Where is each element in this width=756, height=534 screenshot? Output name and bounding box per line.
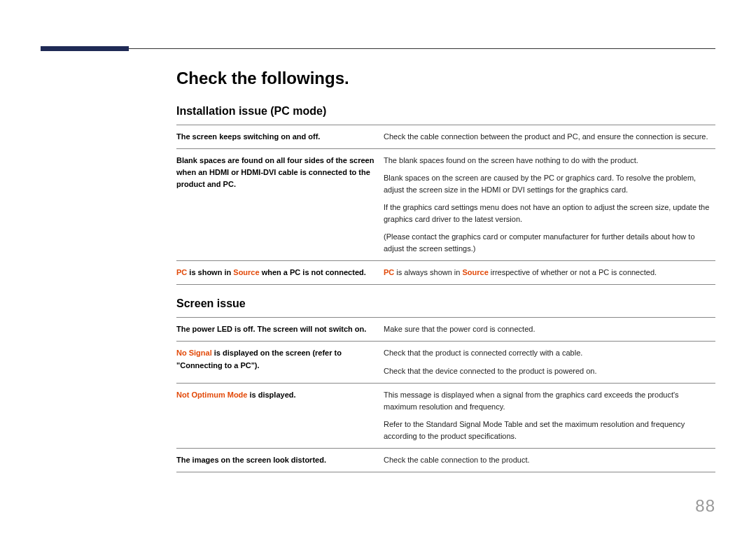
header-rule [41, 48, 715, 49]
text-run: No Signal [176, 349, 212, 357]
text-run: PC [176, 268, 187, 276]
text-run: Check the cable connection to the produc… [384, 456, 530, 464]
text-run: Blank spaces on the screen are caused by… [384, 174, 696, 194]
paragraph: Make sure that the power cord is connect… [384, 323, 711, 335]
paragraph: No Signal is displayed on the screen (re… [176, 347, 379, 371]
table-row: PC is shown in Source when a PC is not c… [176, 261, 715, 285]
table-row: No Signal is displayed on the screen (re… [176, 342, 715, 383]
sections-container: Installation issue (PC mode)The screen k… [176, 105, 715, 472]
table-row: The screen keeps switching on and off.Ch… [176, 125, 715, 149]
table-row: The images on the screen look distorted.… [176, 448, 715, 472]
text-run: This message is displayed when a signal … [384, 391, 679, 411]
issue-cell: The power LED is off. The screen will no… [176, 318, 384, 342]
text-run: If the graphics card settings menu does … [384, 203, 709, 223]
text-run: Make sure that the power cord is connect… [384, 325, 535, 333]
paragraph: This message is displayed when a signal … [384, 389, 711, 413]
text-run: is shown in [187, 268, 233, 276]
issue-cell: Blank spaces are found on all four sides… [176, 149, 384, 261]
text-run: Source [463, 268, 489, 276]
paragraph: Refer to the Standard Signal Mode Table … [384, 419, 711, 442]
table-row: The power LED is off. The screen will no… [176, 318, 715, 342]
paragraph: The screen keeps switching on and off. [176, 131, 379, 143]
text-run: when a PC is not connected. [260, 268, 366, 276]
text-run: irrespective of whether or not a PC is c… [489, 268, 657, 276]
issue-cell: PC is shown in Source when a PC is not c… [176, 261, 384, 285]
text-run: Check that the product is connected corr… [384, 349, 582, 357]
troubleshoot-table: The power LED is off. The screen will no… [176, 317, 715, 472]
solution-cell: Make sure that the power cord is connect… [384, 318, 715, 342]
paragraph: Check that the device connected to the p… [384, 365, 711, 377]
solution-cell: Check that the product is connected corr… [384, 342, 715, 383]
solution-cell: This message is displayed when a signal … [384, 383, 715, 448]
table-row: Not Optimum Mode is displayed.This messa… [176, 383, 715, 448]
paragraph: Check the cable connection between the p… [384, 131, 711, 143]
text-run: (Please contact the graphics card or com… [384, 232, 695, 253]
paragraph: The images on the screen look distorted. [176, 454, 379, 466]
paragraph: The blank spaces found on the screen hav… [384, 155, 711, 167]
text-run: is always shown in [394, 268, 462, 276]
text-run: The images on the screen look distorted. [176, 456, 326, 464]
text-run: The power LED is off. The screen will no… [176, 325, 366, 333]
text-run: Not Optimum Mode [176, 391, 247, 399]
page-content: Check the followings. Installation issue… [176, 69, 715, 472]
page-number: 88 [695, 496, 715, 516]
paragraph: If the graphics card settings menu does … [384, 202, 711, 225]
solution-cell: The blank spaces found on the screen hav… [384, 149, 715, 261]
text-run: PC [384, 268, 394, 276]
paragraph: PC is always shown in Source irrespectiv… [384, 267, 711, 279]
text-run: Check that the device connected to the p… [384, 367, 597, 375]
page-title: Check the followings. [176, 69, 715, 88]
solution-cell: Check the cable connection to the produc… [384, 448, 715, 472]
paragraph: Not Optimum Mode is displayed. [176, 389, 379, 401]
text-run: Blank spaces are found on all four sides… [176, 156, 374, 188]
paragraph: (Please contact the graphics card or com… [384, 231, 711, 255]
text-run: Check the cable connection between the p… [384, 132, 708, 141]
issue-cell: No Signal is displayed on the screen (re… [176, 342, 384, 383]
text-run: Refer to the Standard Signal Mode Table … [384, 420, 685, 440]
text-run: The screen keeps switching on and off. [176, 132, 320, 141]
issue-cell: Not Optimum Mode is displayed. [176, 383, 384, 448]
subsection-heading: Screen issue [176, 297, 715, 310]
subsection-heading: Installation issue (PC mode) [176, 105, 715, 118]
paragraph: PC is shown in Source when a PC is not c… [176, 267, 379, 279]
solution-cell: Check the cable connection between the p… [384, 125, 715, 149]
solution-cell: PC is always shown in Source irrespectiv… [384, 261, 715, 285]
paragraph: The power LED is off. The screen will no… [176, 323, 379, 335]
table-row: Blank spaces are found on all four sides… [176, 149, 715, 261]
paragraph: Check that the product is connected corr… [384, 347, 711, 359]
issue-cell: The screen keeps switching on and off. [176, 125, 384, 149]
text-run: Source [233, 268, 259, 276]
issue-cell: The images on the screen look distorted. [176, 448, 384, 472]
troubleshoot-table: The screen keeps switching on and off.Ch… [176, 125, 715, 285]
paragraph: Blank spaces on the screen are caused by… [384, 172, 711, 196]
text-run: is displayed. [247, 391, 295, 399]
paragraph: Check the cable connection to the produc… [384, 454, 711, 466]
header-accent-bar [41, 46, 129, 51]
text-run: The blank spaces found on the screen hav… [384, 156, 638, 164]
paragraph: Blank spaces are found on all four sides… [176, 155, 379, 190]
